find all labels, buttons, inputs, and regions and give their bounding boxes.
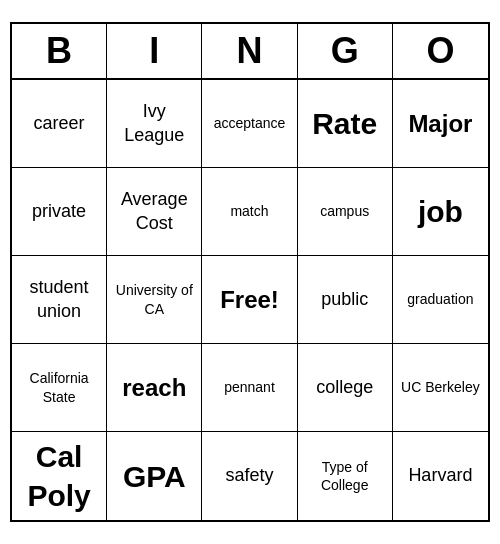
bingo-cell: graduation <box>393 256 488 344</box>
cell-text: public <box>321 288 368 311</box>
bingo-cell: Free! <box>202 256 297 344</box>
cell-text: UC Berkeley <box>401 378 480 396</box>
cell-text: job <box>418 192 463 231</box>
cell-text: private <box>32 200 86 223</box>
cell-text: Average Cost <box>111 188 197 235</box>
cell-text: safety <box>225 464 273 487</box>
bingo-cell: reach <box>107 344 202 432</box>
cell-text: University of CA <box>111 281 197 317</box>
cell-text: pennant <box>224 378 275 396</box>
bingo-cell: UC Berkeley <box>393 344 488 432</box>
cell-text: career <box>34 112 85 135</box>
header-letter: I <box>107 24 202 78</box>
cell-text: Cal Poly <box>16 437 102 515</box>
bingo-card: BINGO careerIvy LeagueacceptanceRateMajo… <box>10 22 490 522</box>
cell-text: reach <box>122 372 186 403</box>
bingo-cell: University of CA <box>107 256 202 344</box>
cell-text: campus <box>320 202 369 220</box>
bingo-cell: Rate <box>298 80 393 168</box>
cell-text: GPA <box>123 457 186 496</box>
cell-text: Harvard <box>408 464 472 487</box>
bingo-cell: Harvard <box>393 432 488 520</box>
bingo-cell: match <box>202 168 297 256</box>
bingo-cell: pennant <box>202 344 297 432</box>
bingo-cell: public <box>298 256 393 344</box>
bingo-cell: Major <box>393 80 488 168</box>
cell-text: California State <box>16 369 102 405</box>
bingo-cell: GPA <box>107 432 202 520</box>
cell-text: acceptance <box>214 114 286 132</box>
bingo-cell: student union <box>12 256 107 344</box>
bingo-cell: acceptance <box>202 80 297 168</box>
bingo-cell: career <box>12 80 107 168</box>
bingo-cell: Ivy League <box>107 80 202 168</box>
bingo-cell: Cal Poly <box>12 432 107 520</box>
cell-text: Major <box>408 108 472 139</box>
bingo-grid: careerIvy LeagueacceptanceRateMajorpriva… <box>12 80 488 520</box>
bingo-cell: college <box>298 344 393 432</box>
header-letter: N <box>202 24 297 78</box>
header-letter: B <box>12 24 107 78</box>
cell-text: student union <box>16 276 102 323</box>
bingo-cell: Average Cost <box>107 168 202 256</box>
bingo-cell: private <box>12 168 107 256</box>
cell-text: match <box>230 202 268 220</box>
bingo-cell: Type of College <box>298 432 393 520</box>
bingo-cell: job <box>393 168 488 256</box>
header-letter: G <box>298 24 393 78</box>
cell-text: Type of College <box>302 458 388 494</box>
bingo-cell: California State <box>12 344 107 432</box>
cell-text: Ivy League <box>111 100 197 147</box>
cell-text: college <box>316 376 373 399</box>
cell-text: graduation <box>407 290 473 308</box>
bingo-cell: safety <box>202 432 297 520</box>
cell-text: Rate <box>312 104 377 143</box>
header-letter: O <box>393 24 488 78</box>
cell-text: Free! <box>220 284 279 315</box>
bingo-cell: campus <box>298 168 393 256</box>
bingo-header: BINGO <box>12 24 488 80</box>
